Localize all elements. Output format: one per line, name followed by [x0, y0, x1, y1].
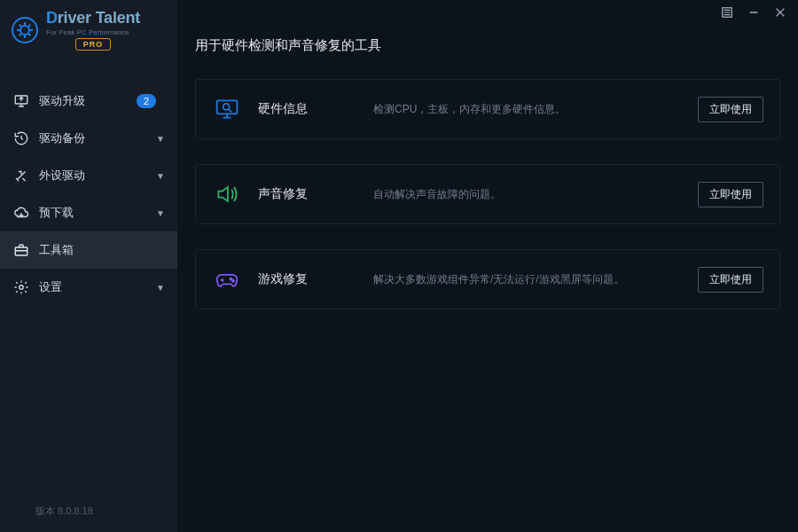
svg-point-4: [20, 286, 24, 290]
close-button[interactable]: [770, 4, 791, 21]
window-titlebar: [177, 0, 798, 25]
gamepad-icon: [212, 267, 242, 292]
toolbox-icon: [12, 242, 30, 258]
tool-description: 自动解决声音故障的问题。: [329, 187, 698, 202]
usb-icon: [12, 168, 30, 184]
svg-point-9: [232, 280, 234, 282]
brand-rest: river Talent: [58, 9, 140, 27]
sidebar-item-label: 外设驱动: [39, 168, 85, 184]
svg-point-8: [230, 278, 231, 280]
tool-sound-repair: 声音修复 自动解决声音故障的问题。 立即使用: [195, 164, 780, 224]
tool-name: 硬件信息: [258, 101, 329, 117]
svg-point-7: [223, 104, 230, 110]
minimize-icon: [747, 6, 760, 19]
tool-name: 游戏修复: [258, 271, 329, 287]
pro-badge: PRO: [75, 38, 112, 51]
clock-back-icon: [12, 130, 30, 146]
chevron-down-icon: ▼: [156, 208, 165, 218]
monitor-up-icon: [12, 93, 30, 109]
sidebar-item-label: 工具箱: [39, 242, 74, 258]
app-logo-text: Driver Talent For Peak PC Performance PR…: [46, 9, 140, 51]
app-logo: Driver Talent For Peak PC Performance PR…: [0, 0, 177, 56]
sidebar-item-label: 驱动升级: [39, 93, 85, 109]
svg-rect-3: [15, 247, 27, 255]
sidebar-item-driver-upgrade[interactable]: 驱动升级 2: [0, 82, 177, 120]
brand-first-letter: D: [46, 9, 58, 27]
tools-list: 硬件信息 检测CPU，主板，内存和更多硬件信息。 立即使用 声音修复 自动解决声…: [177, 79, 798, 309]
menu-button[interactable]: [716, 4, 738, 21]
svg-point-0: [12, 18, 37, 43]
tool-description: 解决大多数游戏组件异常/无法运行/游戏黑屏等问题。: [329, 272, 698, 287]
use-now-button[interactable]: 立即使用: [698, 97, 763, 122]
brand-tagline: For Peak PC Performance: [46, 28, 140, 36]
sidebar-item-toolbox[interactable]: 工具箱: [0, 231, 177, 269]
sidebar-item-settings[interactable]: 设置 ▼: [0, 269, 177, 306]
chevron-down-icon: ▼: [156, 134, 165, 144]
chevron-down-icon: ▼: [156, 283, 165, 293]
tool-game-repair: 游戏修复 解决大多数游戏组件异常/无法运行/游戏黑屏等问题。 立即使用: [195, 249, 780, 309]
tool-hardware-info: 硬件信息 检测CPU，主板，内存和更多硬件信息。 立即使用: [195, 79, 780, 139]
tool-description: 检测CPU，主板，内存和更多硬件信息。: [329, 102, 698, 117]
page-title: 用于硬件检测和声音修复的工具: [177, 25, 798, 79]
sidebar-item-driver-backup[interactable]: 驱动备份 ▼: [0, 120, 177, 157]
close-icon: [774, 6, 786, 19]
sidebar: Driver Talent For Peak PC Performance PR…: [0, 0, 177, 532]
svg-point-1: [20, 26, 29, 35]
menu-icon: [721, 6, 733, 19]
svg-rect-6: [217, 100, 238, 113]
chevron-down-icon: ▼: [156, 171, 165, 181]
gear-icon: [12, 279, 30, 295]
use-now-button[interactable]: 立即使用: [698, 182, 763, 207]
monitor-search-icon: [212, 97, 242, 121]
tool-name: 声音修复: [258, 186, 329, 202]
gear-circle-icon: [11, 16, 39, 44]
sidebar-item-predownload[interactable]: 预下载 ▼: [0, 194, 177, 231]
cloud-download-icon: [12, 205, 30, 221]
use-now-button[interactable]: 立即使用: [698, 267, 763, 293]
minimize-button[interactable]: [743, 4, 764, 21]
version-label: 版本 8.0.8.18: [35, 505, 93, 518]
sidebar-nav: 驱动升级 2 驱动备份 ▼ 外设驱动 ▼: [0, 82, 177, 306]
sidebar-item-label: 预下载: [39, 205, 74, 221]
sidebar-item-label: 驱动备份: [39, 130, 85, 146]
speaker-icon: [212, 182, 242, 207]
main-area: 用于硬件检测和声音修复的工具 硬件信息 检测CPU，主板，内存和更多硬件信息。 …: [177, 0, 798, 532]
sidebar-item-label: 设置: [39, 279, 62, 295]
sidebar-badge: 2: [137, 94, 156, 108]
sidebar-item-peripheral[interactable]: 外设驱动 ▼: [0, 157, 177, 194]
